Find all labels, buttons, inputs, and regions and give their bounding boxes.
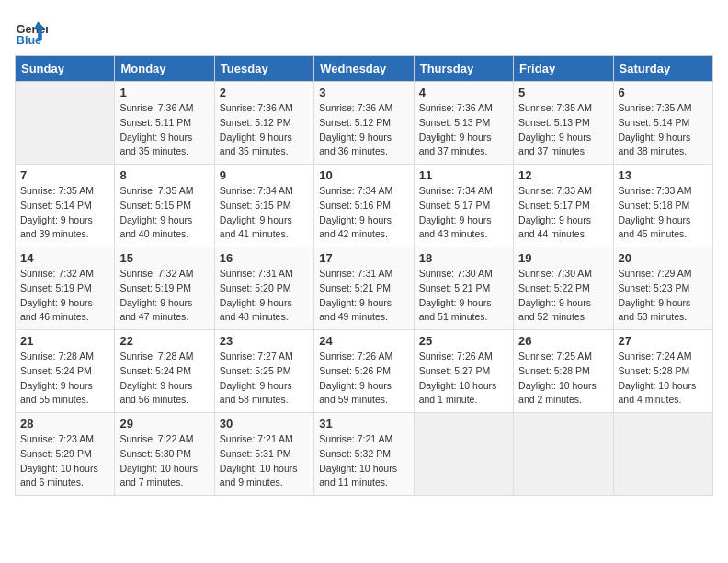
calendar-cell: 4Sunrise: 7:36 AMSunset: 5:13 PMDaylight… [414, 82, 513, 165]
day-info: Sunrise: 7:36 AMSunset: 5:12 PMDaylight:… [220, 101, 309, 159]
day-number: 4 [419, 86, 508, 99]
logo-icon: General Blue [15, 15, 48, 48]
day-info: Sunrise: 7:21 AMSunset: 5:32 PMDaylight:… [319, 432, 408, 490]
day-number: 31 [319, 417, 408, 431]
day-number: 7 [20, 168, 109, 182]
calendar-header-row: SundayMondayTuesdayWednesdayThursdayFrid… [16, 56, 713, 82]
calendar-table: SundayMondayTuesdayWednesdayThursdayFrid… [15, 55, 713, 496]
day-info: Sunrise: 7:30 AMSunset: 5:22 PMDaylight:… [518, 267, 608, 325]
svg-text:Blue: Blue [17, 34, 41, 47]
day-info: Sunrise: 7:35 AMSunset: 5:15 PMDaylight:… [119, 184, 209, 242]
calendar-cell [414, 413, 513, 496]
day-number: 9 [220, 168, 309, 182]
calendar-cell: 13Sunrise: 7:33 AMSunset: 5:18 PMDayligh… [613, 165, 712, 247]
calendar-cell: 6Sunrise: 7:35 AMSunset: 5:14 PMDaylight… [613, 82, 712, 165]
day-number: 22 [119, 334, 209, 348]
column-header-monday: Monday [115, 56, 214, 82]
day-number: 15 [119, 251, 209, 265]
day-info: Sunrise: 7:36 AMSunset: 5:12 PMDaylight:… [319, 101, 408, 159]
day-info: Sunrise: 7:33 AMSunset: 5:17 PMDaylight:… [518, 184, 608, 242]
calendar-cell: 8Sunrise: 7:35 AMSunset: 5:15 PMDaylight… [115, 165, 214, 247]
day-info: Sunrise: 7:34 AMSunset: 5:16 PMDaylight:… [319, 184, 408, 242]
day-number: 13 [619, 168, 708, 182]
day-number: 12 [518, 168, 608, 182]
calendar-cell: 22Sunrise: 7:28 AMSunset: 5:24 PMDayligh… [115, 330, 214, 413]
calendar-cell: 11Sunrise: 7:34 AMSunset: 5:17 PMDayligh… [414, 165, 513, 247]
calendar-cell [514, 413, 613, 496]
calendar-cell: 12Sunrise: 7:33 AMSunset: 5:17 PMDayligh… [514, 165, 613, 247]
day-info: Sunrise: 7:35 AMSunset: 5:13 PMDaylight:… [518, 101, 608, 159]
calendar-cell: 19Sunrise: 7:30 AMSunset: 5:22 PMDayligh… [514, 247, 613, 330]
calendar-cell: 26Sunrise: 7:25 AMSunset: 5:28 PMDayligh… [514, 330, 613, 413]
day-number: 28 [20, 417, 109, 431]
day-info: Sunrise: 7:34 AMSunset: 5:17 PMDaylight:… [419, 184, 508, 242]
day-info: Sunrise: 7:22 AMSunset: 5:30 PMDaylight:… [119, 432, 209, 490]
day-number: 30 [220, 417, 309, 431]
day-info: Sunrise: 7:28 AMSunset: 5:24 PMDaylight:… [119, 350, 209, 408]
calendar-cell: 16Sunrise: 7:31 AMSunset: 5:20 PMDayligh… [214, 247, 313, 330]
day-info: Sunrise: 7:32 AMSunset: 5:19 PMDaylight:… [119, 267, 209, 325]
day-info: Sunrise: 7:33 AMSunset: 5:18 PMDaylight:… [619, 184, 708, 242]
day-info: Sunrise: 7:30 AMSunset: 5:21 PMDaylight:… [419, 267, 508, 325]
day-info: Sunrise: 7:34 AMSunset: 5:15 PMDaylight:… [220, 184, 309, 242]
calendar-cell: 21Sunrise: 7:28 AMSunset: 5:24 PMDayligh… [16, 330, 115, 413]
logo: General Blue [15, 15, 51, 48]
day-number: 19 [518, 251, 608, 265]
day-info: Sunrise: 7:26 AMSunset: 5:26 PMDaylight:… [319, 350, 408, 408]
calendar-cell: 7Sunrise: 7:35 AMSunset: 5:14 PMDaylight… [16, 165, 115, 247]
calendar-cell: 5Sunrise: 7:35 AMSunset: 5:13 PMDaylight… [514, 82, 613, 165]
calendar-cell [613, 413, 712, 496]
day-info: Sunrise: 7:26 AMSunset: 5:27 PMDaylight:… [419, 350, 508, 408]
day-info: Sunrise: 7:29 AMSunset: 5:23 PMDaylight:… [619, 267, 708, 325]
calendar-cell: 25Sunrise: 7:26 AMSunset: 5:27 PMDayligh… [414, 330, 513, 413]
day-number: 29 [119, 417, 209, 431]
day-number: 10 [319, 168, 408, 182]
column-header-sunday: Sunday [16, 56, 115, 82]
calendar-cell: 15Sunrise: 7:32 AMSunset: 5:19 PMDayligh… [115, 247, 214, 330]
day-info: Sunrise: 7:36 AMSunset: 5:13 PMDaylight:… [419, 101, 508, 159]
calendar-week-row: 1Sunrise: 7:36 AMSunset: 5:11 PMDaylight… [16, 82, 713, 165]
day-info: Sunrise: 7:24 AMSunset: 5:28 PMDaylight:… [619, 350, 708, 408]
day-number: 1 [119, 86, 209, 99]
calendar-cell: 1Sunrise: 7:36 AMSunset: 5:11 PMDaylight… [115, 82, 214, 165]
day-info: Sunrise: 7:35 AMSunset: 5:14 PMDaylight:… [619, 101, 708, 159]
column-header-saturday: Saturday [613, 56, 712, 82]
calendar-cell: 27Sunrise: 7:24 AMSunset: 5:28 PMDayligh… [613, 330, 712, 413]
calendar-cell: 10Sunrise: 7:34 AMSunset: 5:16 PMDayligh… [314, 165, 414, 247]
calendar-cell: 29Sunrise: 7:22 AMSunset: 5:30 PMDayligh… [115, 413, 214, 496]
calendar-cell: 24Sunrise: 7:26 AMSunset: 5:26 PMDayligh… [314, 330, 414, 413]
day-info: Sunrise: 7:28 AMSunset: 5:24 PMDaylight:… [20, 350, 109, 408]
column-header-thursday: Thursday [414, 56, 513, 82]
day-info: Sunrise: 7:35 AMSunset: 5:14 PMDaylight:… [20, 184, 109, 242]
day-info: Sunrise: 7:31 AMSunset: 5:21 PMDaylight:… [319, 267, 408, 325]
calendar-cell: 28Sunrise: 7:23 AMSunset: 5:29 PMDayligh… [16, 413, 115, 496]
calendar-cell: 23Sunrise: 7:27 AMSunset: 5:25 PMDayligh… [214, 330, 313, 413]
day-number: 2 [220, 86, 309, 99]
calendar-cell: 31Sunrise: 7:21 AMSunset: 5:32 PMDayligh… [314, 413, 414, 496]
day-number: 8 [119, 168, 209, 182]
calendar-cell: 2Sunrise: 7:36 AMSunset: 5:12 PMDaylight… [214, 82, 313, 165]
column-header-tuesday: Tuesday [214, 56, 313, 82]
day-number: 14 [20, 251, 109, 265]
calendar-cell: 17Sunrise: 7:31 AMSunset: 5:21 PMDayligh… [314, 247, 414, 330]
day-info: Sunrise: 7:21 AMSunset: 5:31 PMDaylight:… [220, 432, 309, 490]
day-info: Sunrise: 7:23 AMSunset: 5:29 PMDaylight:… [20, 432, 109, 490]
day-info: Sunrise: 7:25 AMSunset: 5:28 PMDaylight:… [518, 350, 608, 408]
day-number: 5 [518, 86, 608, 99]
page-header: General Blue [15, 15, 713, 48]
calendar-cell: 14Sunrise: 7:32 AMSunset: 5:19 PMDayligh… [16, 247, 115, 330]
column-header-wednesday: Wednesday [314, 56, 414, 82]
day-info: Sunrise: 7:27 AMSunset: 5:25 PMDaylight:… [220, 350, 309, 408]
calendar-week-row: 21Sunrise: 7:28 AMSunset: 5:24 PMDayligh… [16, 330, 713, 413]
day-info: Sunrise: 7:32 AMSunset: 5:19 PMDaylight:… [20, 267, 109, 325]
calendar-cell: 20Sunrise: 7:29 AMSunset: 5:23 PMDayligh… [613, 247, 712, 330]
calendar-cell: 18Sunrise: 7:30 AMSunset: 5:21 PMDayligh… [414, 247, 513, 330]
day-number: 16 [220, 251, 309, 265]
day-number: 26 [518, 334, 608, 348]
day-number: 25 [419, 334, 508, 348]
calendar-week-row: 14Sunrise: 7:32 AMSunset: 5:19 PMDayligh… [16, 247, 713, 330]
calendar-week-row: 7Sunrise: 7:35 AMSunset: 5:14 PMDaylight… [16, 165, 713, 247]
day-number: 3 [319, 86, 408, 99]
day-number: 24 [319, 334, 408, 348]
calendar-cell: 30Sunrise: 7:21 AMSunset: 5:31 PMDayligh… [214, 413, 313, 496]
